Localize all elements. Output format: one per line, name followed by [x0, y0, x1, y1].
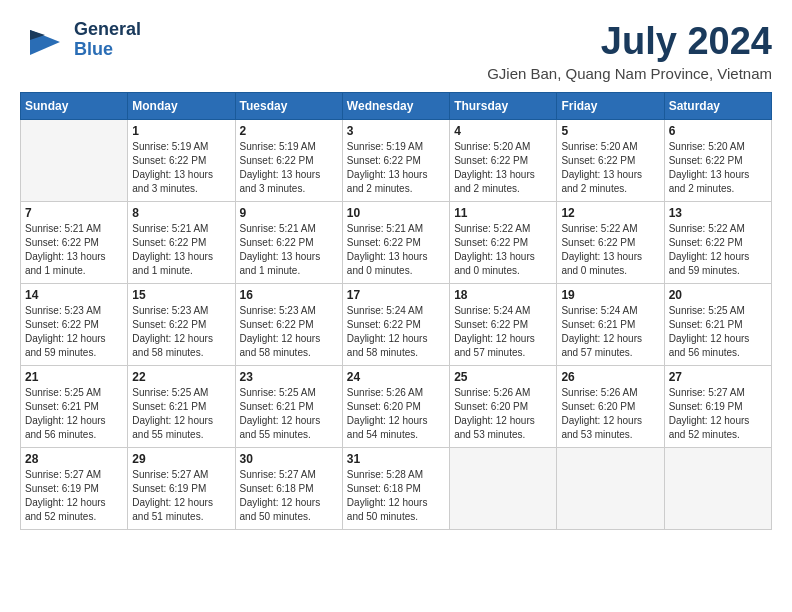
calendar-header-wednesday: Wednesday — [342, 93, 449, 120]
day-number: 16 — [240, 288, 338, 302]
day-info: Sunrise: 5:24 AMSunset: 6:22 PMDaylight:… — [347, 304, 445, 360]
calendar-cell: 18Sunrise: 5:24 AMSunset: 6:22 PMDayligh… — [450, 284, 557, 366]
day-info: Sunrise: 5:22 AMSunset: 6:22 PMDaylight:… — [669, 222, 767, 278]
calendar-cell: 9Sunrise: 5:21 AMSunset: 6:22 PMDaylight… — [235, 202, 342, 284]
day-number: 31 — [347, 452, 445, 466]
calendar-cell — [21, 120, 128, 202]
calendar-cell: 26Sunrise: 5:26 AMSunset: 6:20 PMDayligh… — [557, 366, 664, 448]
calendar-week-row: 1Sunrise: 5:19 AMSunset: 6:22 PMDaylight… — [21, 120, 772, 202]
day-number: 12 — [561, 206, 659, 220]
calendar-header-friday: Friday — [557, 93, 664, 120]
day-number: 9 — [240, 206, 338, 220]
calendar-cell: 17Sunrise: 5:24 AMSunset: 6:22 PMDayligh… — [342, 284, 449, 366]
day-number: 25 — [454, 370, 552, 384]
calendar-cell: 10Sunrise: 5:21 AMSunset: 6:22 PMDayligh… — [342, 202, 449, 284]
day-info: Sunrise: 5:19 AMSunset: 6:22 PMDaylight:… — [240, 140, 338, 196]
calendar-cell — [557, 448, 664, 530]
day-info: Sunrise: 5:25 AMSunset: 6:21 PMDaylight:… — [25, 386, 123, 442]
calendar-cell: 5Sunrise: 5:20 AMSunset: 6:22 PMDaylight… — [557, 120, 664, 202]
calendar-cell: 28Sunrise: 5:27 AMSunset: 6:19 PMDayligh… — [21, 448, 128, 530]
calendar-cell: 15Sunrise: 5:23 AMSunset: 6:22 PMDayligh… — [128, 284, 235, 366]
day-info: Sunrise: 5:26 AMSunset: 6:20 PMDaylight:… — [561, 386, 659, 442]
logo-blue-text: Blue — [74, 40, 141, 60]
day-number: 24 — [347, 370, 445, 384]
calendar-cell: 27Sunrise: 5:27 AMSunset: 6:19 PMDayligh… — [664, 366, 771, 448]
day-info: Sunrise: 5:19 AMSunset: 6:22 PMDaylight:… — [347, 140, 445, 196]
calendar-cell: 19Sunrise: 5:24 AMSunset: 6:21 PMDayligh… — [557, 284, 664, 366]
day-info: Sunrise: 5:23 AMSunset: 6:22 PMDaylight:… — [240, 304, 338, 360]
day-info: Sunrise: 5:24 AMSunset: 6:21 PMDaylight:… — [561, 304, 659, 360]
calendar-cell: 16Sunrise: 5:23 AMSunset: 6:22 PMDayligh… — [235, 284, 342, 366]
calendar-cell: 31Sunrise: 5:28 AMSunset: 6:18 PMDayligh… — [342, 448, 449, 530]
day-info: Sunrise: 5:20 AMSunset: 6:22 PMDaylight:… — [454, 140, 552, 196]
calendar-week-row: 21Sunrise: 5:25 AMSunset: 6:21 PMDayligh… — [21, 366, 772, 448]
day-number: 14 — [25, 288, 123, 302]
day-info: Sunrise: 5:27 AMSunset: 6:19 PMDaylight:… — [25, 468, 123, 524]
calendar-header-thursday: Thursday — [450, 93, 557, 120]
calendar-cell: 8Sunrise: 5:21 AMSunset: 6:22 PMDaylight… — [128, 202, 235, 284]
calendar-cell: 12Sunrise: 5:22 AMSunset: 6:22 PMDayligh… — [557, 202, 664, 284]
calendar-cell: 20Sunrise: 5:25 AMSunset: 6:21 PMDayligh… — [664, 284, 771, 366]
calendar-cell: 13Sunrise: 5:22 AMSunset: 6:22 PMDayligh… — [664, 202, 771, 284]
day-number: 1 — [132, 124, 230, 138]
calendar-cell: 7Sunrise: 5:21 AMSunset: 6:22 PMDaylight… — [21, 202, 128, 284]
day-info: Sunrise: 5:22 AMSunset: 6:22 PMDaylight:… — [454, 222, 552, 278]
day-number: 3 — [347, 124, 445, 138]
day-info: Sunrise: 5:22 AMSunset: 6:22 PMDaylight:… — [561, 222, 659, 278]
calendar-cell: 22Sunrise: 5:25 AMSunset: 6:21 PMDayligh… — [128, 366, 235, 448]
calendar-week-row: 14Sunrise: 5:23 AMSunset: 6:22 PMDayligh… — [21, 284, 772, 366]
day-info: Sunrise: 5:20 AMSunset: 6:22 PMDaylight:… — [561, 140, 659, 196]
day-info: Sunrise: 5:26 AMSunset: 6:20 PMDaylight:… — [454, 386, 552, 442]
day-info: Sunrise: 5:21 AMSunset: 6:22 PMDaylight:… — [132, 222, 230, 278]
day-number: 10 — [347, 206, 445, 220]
calendar-cell — [450, 448, 557, 530]
day-number: 18 — [454, 288, 552, 302]
day-info: Sunrise: 5:27 AMSunset: 6:18 PMDaylight:… — [240, 468, 338, 524]
calendar-header-monday: Monday — [128, 93, 235, 120]
calendar-week-row: 28Sunrise: 5:27 AMSunset: 6:19 PMDayligh… — [21, 448, 772, 530]
calendar-cell: 25Sunrise: 5:26 AMSunset: 6:20 PMDayligh… — [450, 366, 557, 448]
day-info: Sunrise: 5:26 AMSunset: 6:20 PMDaylight:… — [347, 386, 445, 442]
day-info: Sunrise: 5:27 AMSunset: 6:19 PMDaylight:… — [669, 386, 767, 442]
day-number: 28 — [25, 452, 123, 466]
day-number: 21 — [25, 370, 123, 384]
logo-text: General Blue — [74, 20, 141, 60]
day-number: 20 — [669, 288, 767, 302]
day-number: 15 — [132, 288, 230, 302]
day-number: 29 — [132, 452, 230, 466]
day-number: 22 — [132, 370, 230, 384]
calendar-cell: 11Sunrise: 5:22 AMSunset: 6:22 PMDayligh… — [450, 202, 557, 284]
day-number: 4 — [454, 124, 552, 138]
day-info: Sunrise: 5:21 AMSunset: 6:22 PMDaylight:… — [347, 222, 445, 278]
calendar-header-tuesday: Tuesday — [235, 93, 342, 120]
calendar-cell: 30Sunrise: 5:27 AMSunset: 6:18 PMDayligh… — [235, 448, 342, 530]
page-header: General Blue July 2024 GJien Ban, Quang … — [20, 20, 772, 82]
month-title: July 2024 — [487, 20, 772, 63]
day-number: 8 — [132, 206, 230, 220]
calendar-header-saturday: Saturday — [664, 93, 771, 120]
day-number: 5 — [561, 124, 659, 138]
day-info: Sunrise: 5:25 AMSunset: 6:21 PMDaylight:… — [240, 386, 338, 442]
calendar-cell: 24Sunrise: 5:26 AMSunset: 6:20 PMDayligh… — [342, 366, 449, 448]
day-info: Sunrise: 5:28 AMSunset: 6:18 PMDaylight:… — [347, 468, 445, 524]
calendar-header-row: SundayMondayTuesdayWednesdayThursdayFrid… — [21, 93, 772, 120]
logo-icon — [20, 20, 70, 60]
day-number: 2 — [240, 124, 338, 138]
day-number: 23 — [240, 370, 338, 384]
calendar-cell: 3Sunrise: 5:19 AMSunset: 6:22 PMDaylight… — [342, 120, 449, 202]
calendar-cell: 2Sunrise: 5:19 AMSunset: 6:22 PMDaylight… — [235, 120, 342, 202]
day-info: Sunrise: 5:24 AMSunset: 6:22 PMDaylight:… — [454, 304, 552, 360]
day-number: 17 — [347, 288, 445, 302]
day-number: 6 — [669, 124, 767, 138]
day-info: Sunrise: 5:21 AMSunset: 6:22 PMDaylight:… — [240, 222, 338, 278]
logo-general-text: General — [74, 20, 141, 40]
day-info: Sunrise: 5:25 AMSunset: 6:21 PMDaylight:… — [132, 386, 230, 442]
day-info: Sunrise: 5:20 AMSunset: 6:22 PMDaylight:… — [669, 140, 767, 196]
day-number: 26 — [561, 370, 659, 384]
calendar-cell: 21Sunrise: 5:25 AMSunset: 6:21 PMDayligh… — [21, 366, 128, 448]
day-number: 13 — [669, 206, 767, 220]
calendar-cell: 29Sunrise: 5:27 AMSunset: 6:19 PMDayligh… — [128, 448, 235, 530]
day-info: Sunrise: 5:27 AMSunset: 6:19 PMDaylight:… — [132, 468, 230, 524]
day-info: Sunrise: 5:23 AMSunset: 6:22 PMDaylight:… — [25, 304, 123, 360]
calendar-cell: 14Sunrise: 5:23 AMSunset: 6:22 PMDayligh… — [21, 284, 128, 366]
